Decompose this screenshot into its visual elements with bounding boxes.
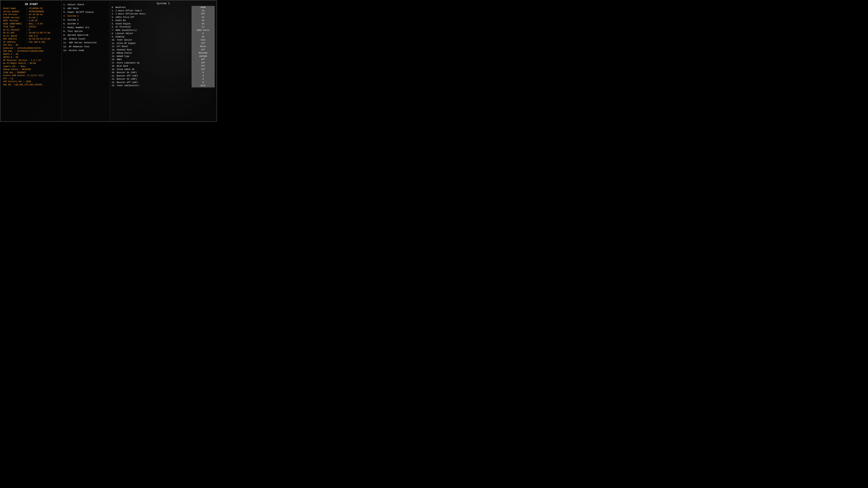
sys-label: 20. Booster On (VHF) bbox=[112, 71, 191, 74]
left-info-row: EDID (RGB/HDMI): NULL / 0.02 bbox=[3, 23, 59, 26]
info-label: S/W Version bbox=[3, 13, 26, 17]
sys-value: Off bbox=[191, 42, 215, 45]
sys-value: Off bbox=[191, 61, 215, 65]
sys-value: Off bbox=[191, 12, 215, 16]
sys-row[interactable]: 14. Debug StatusRELEASE bbox=[112, 52, 215, 55]
info-value: : V3.00.7 bbox=[26, 17, 38, 20]
info-value: : 407RAYB2N690 bbox=[26, 10, 44, 13]
menu-item[interactable]: 5. System 2 bbox=[63, 18, 108, 22]
sys-label: 18. Blue back bbox=[112, 65, 191, 68]
sys-value: EEPROM bbox=[191, 55, 215, 58]
sys-value: 0 bbox=[191, 32, 215, 35]
menu-item[interactable]: 8. Test Option bbox=[63, 29, 108, 33]
sys-label: 9. Dimming bbox=[112, 35, 191, 39]
left-plain-row: PQL DB : LGD_DHL_ATV_SOC_XXXXXX bbox=[3, 84, 59, 87]
info-label: BOOT Version bbox=[3, 19, 26, 23]
left-info-row: MICOM Version: V3.00.7 bbox=[3, 17, 59, 20]
sys-value: On bbox=[191, 35, 215, 39]
right-panel-title: System 1 bbox=[112, 2, 215, 5]
sys-row[interactable]: 16. HDEVOff bbox=[112, 58, 215, 61]
info-label: EDID (RGB/HDMI) bbox=[3, 23, 26, 26]
sys-label: 12. UTT Reset bbox=[112, 45, 191, 48]
left-info-row: MAC Address: 3C:CD:93:23:24:EE bbox=[3, 38, 59, 41]
menu-item[interactable]: 7. Model Number D/L bbox=[63, 26, 108, 29]
main-screen: IN START Model Name: 47LB650V-ZESerial N… bbox=[0, 0, 217, 122]
menu-item[interactable]: 11. SDP Server Selection bbox=[63, 41, 108, 44]
sys-row[interactable]: 10. Tuner OptionAuto bbox=[112, 38, 215, 42]
info-value: : 5 bbox=[26, 29, 30, 32]
sys-row[interactable]: 18. Blue backOff bbox=[112, 65, 215, 68]
menu-item[interactable]: 9. Spread Spectrum bbox=[63, 33, 108, 37]
left-plain-row: SFU Key : OK bbox=[3, 44, 59, 47]
sys-row[interactable]: 7. HDMI Sound(Port1)HDMI Port1 bbox=[112, 29, 215, 32]
sys-row[interactable]: 17. Store Luminance UpOff bbox=[112, 61, 215, 65]
menu-item[interactable]: 6. System 3 bbox=[63, 22, 108, 26]
sys-row[interactable]: 6. A2 Threshold11 bbox=[112, 26, 215, 29]
info-value: : 04.30.09.01 bbox=[26, 13, 43, 17]
menu-item[interactable]: 10. Stable Count bbox=[63, 37, 108, 41]
sys-label: 16. HDEV bbox=[112, 58, 191, 61]
sys-label: 22. Booster On (UHF) bbox=[112, 77, 191, 81]
sys-label: 2. 2 Hours Off(Screen Mute) bbox=[112, 12, 191, 16]
sys-row[interactable]: 22. Booster On (UHF)0 bbox=[112, 77, 215, 81]
sys-row[interactable]: 4. Audio EQOn bbox=[112, 19, 215, 22]
sys-row[interactable]: 15. NVRAM TypeEEPROM bbox=[112, 55, 215, 58]
info-label: Chip Type bbox=[3, 26, 26, 29]
sys-value: Off bbox=[191, 58, 215, 61]
sys-row[interactable]: 23. Booster Off (UHF)0 bbox=[112, 81, 215, 84]
info-value: : USB 2.0 bbox=[26, 35, 38, 38]
menu-item[interactable]: 13. Access Code bbox=[63, 48, 108, 52]
sys-label: 11. Atten RF Signal bbox=[112, 42, 191, 45]
sys-label: 13. Channel Mute bbox=[112, 48, 191, 52]
left-info-row: Model Name: 47LB650V-ZE bbox=[3, 7, 59, 10]
sys-row[interactable]: 8. Lipsync Adjust0 bbox=[112, 32, 215, 35]
sys-row[interactable]: 3. 15Min Force OffOn bbox=[112, 16, 215, 19]
sys-value: 9600 bbox=[191, 6, 215, 9]
info-label: Wi-Fi MAC bbox=[3, 32, 26, 35]
menu-item[interactable]: 3. Power On/Off Status bbox=[63, 10, 108, 14]
menu-item[interactable]: 2. ADC Data bbox=[63, 6, 108, 10]
sys-label: 21. Booster Off (VHF) bbox=[112, 74, 191, 78]
info-label: Model Name bbox=[3, 7, 26, 10]
sys-label: 3. 15Min Force Off bbox=[112, 16, 191, 19]
sys-label: 17. Store Luminance Up bbox=[112, 61, 191, 65]
sys-value: On bbox=[191, 9, 215, 12]
sys-value: Off bbox=[191, 68, 215, 71]
info-value: : 3C:CD:93:23:24:EE bbox=[26, 38, 50, 41]
mid-panel: 1. Adjust Check2. ADC Data3. Power On/Of… bbox=[62, 1, 110, 121]
menu-item[interactable]: 12. RF Remocon Test bbox=[63, 45, 108, 48]
info-value: : NULL / 0.02 bbox=[26, 23, 43, 26]
sys-label: 23. Booster Off (UHF) bbox=[112, 81, 191, 84]
left-plain-row: Camera Ver. : NULL bbox=[3, 65, 59, 68]
sys-row[interactable]: 9. DimmingOn bbox=[112, 35, 215, 39]
sys-row[interactable]: 19. China Cable SOOff bbox=[112, 68, 215, 71]
sys-row[interactable]: 1. 2 Hours Off(On Timer)On bbox=[112, 9, 215, 12]
left-info-row: IP Address: 192.168.0.102 bbox=[3, 41, 59, 44]
sys-row[interactable]: 12. UTT ResetReset bbox=[112, 45, 215, 48]
sys-value: Auto bbox=[191, 84, 215, 88]
left-plain-row: APP History Ver.: 3209 bbox=[3, 80, 59, 84]
sys-label: 8. Lipsync Adjust bbox=[112, 32, 191, 35]
sys-label: 10. Tuner Option bbox=[112, 38, 191, 42]
sys-row[interactable]: 2. 2 Hours Off(Screen Mute)Off bbox=[112, 12, 215, 16]
sys-value: HDMI Port1 bbox=[191, 29, 215, 32]
menu-item[interactable]: 4. System 1 bbox=[63, 14, 108, 18]
sys-row[interactable]: 5. Sound EngineOn bbox=[112, 22, 215, 26]
menu-item[interactable]: 1. Adjust Check bbox=[63, 3, 108, 6]
sys-row[interactable]: 21. Booster Off (VHF)0 bbox=[112, 74, 215, 78]
sys-value: Reset bbox=[191, 45, 215, 48]
sys-label: 14. Debug Status bbox=[112, 52, 191, 55]
sys-row[interactable]: 20. Booster On (VHF)0 bbox=[112, 71, 215, 74]
left-plain-row: HDCP2.0 : OK bbox=[3, 56, 59, 59]
info-value: : 47LB650V-ZE bbox=[26, 7, 43, 10]
sys-value: 0 bbox=[191, 71, 215, 74]
sys-row[interactable]: 0. Baudrate9600 bbox=[112, 6, 215, 9]
sys-row[interactable]: 11. Atten RF SignalOff bbox=[112, 42, 215, 45]
sys-value: On bbox=[191, 19, 215, 22]
left-plain-row: ESN Num. : LGTV20142=21003211026 bbox=[3, 50, 59, 53]
sys-row[interactable]: 24. Tuner LNA(booster)Auto bbox=[112, 84, 215, 88]
sys-row[interactable]: 13. Channel MuteOff bbox=[112, 48, 215, 52]
sys-value: 0 bbox=[191, 74, 215, 78]
sys-value: On bbox=[191, 22, 215, 26]
info-value: : 10:08:C1:EE:37:0A bbox=[26, 32, 50, 35]
